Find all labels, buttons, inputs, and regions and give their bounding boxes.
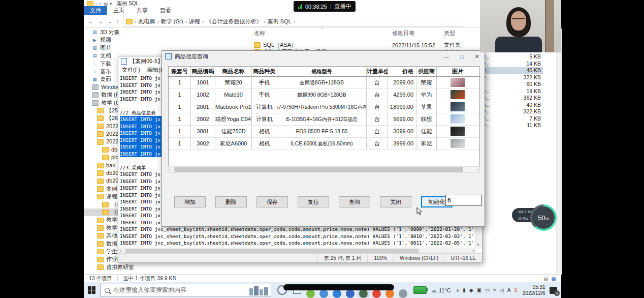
dialog-button[interactable]: 关闭 [380,196,411,207]
column-header[interactable]: 图片 [437,67,478,76]
scroll-right-icon[interactable]: › [477,167,479,172]
breadcrumb-segment[interactable]: 此电脑 [138,18,155,25]
scroll-left-icon[interactable]: ‹ [169,167,171,172]
table-row[interactable]: 1 3002 索尼A6000 相机 ILCE-6000L套机(16-50mm) … [169,138,479,150]
table-row[interactable]: 1 1002 Mate30 手机 麒麟990 8GB+128GB 台 4299.… [169,89,479,101]
tray-expand-icon[interactable]: ∧ [456,288,460,293]
taskbar-app-icon[interactable] [399,289,407,298]
file-icon[interactable]: ▤ [104,2,108,6]
thumbnail-view-icon[interactable]: ▦ [552,276,556,281]
table-row[interactable]: 1 2001 Macbook Pro16 计算机 i7-9750H+Radeon… [169,101,479,113]
ribbon-tab[interactable]: 共享 [131,6,154,15]
column-header[interactable]: 账套号 [169,67,191,76]
file-row-sliver[interactable]: 60 KB [481,81,543,88]
column-header[interactable]: 商品名称 [215,67,252,76]
scroll-left-icon[interactable]: ‹ [118,249,121,253]
column-header[interactable]: 计量单位 [367,67,388,76]
menu-item[interactable]: 文件(F) [118,66,144,74]
tray-icon[interactable]: ≈ [493,287,496,293]
table-row[interactable]: 1 2002 联想Yoga C940 计算机 i5-1035G4+16G内存+5… [169,113,479,126]
breadcrumb-segment[interactable]: 课程 [189,18,200,25]
taskbar-app-icon[interactable] [359,289,368,298]
breadcrumb-segment[interactable]: 教学 (G:) [161,18,183,25]
product-image [450,114,465,124]
maximize-icon[interactable]: □ [454,51,469,62]
file-row-sliver[interactable]: v... 19 KB [481,88,543,95]
tree-item[interactable]: ▨ 图片 [84,44,151,52]
file-row[interactable]: SQL（ASA） 2022/11/15 15:52 文件夹 [254,41,485,49]
breadcrumb-segment[interactable]: 案例 SQL [268,18,292,25]
weather-widget[interactable]: ☁ 11°C [431,287,451,294]
taskbar-app-icon[interactable] [385,289,394,298]
dialog-button[interactable]: 删除 [215,196,247,207]
scroll-right-icon[interactable]: › [473,249,476,253]
tray-icon[interactable]: ▮ [463,287,466,293]
tray-icon[interactable]: ▭ [485,287,490,293]
close-icon[interactable]: ✕ [469,51,485,62]
column-header[interactable]: 价格 [388,67,416,76]
column-header[interactable]: 供应商 [416,67,437,76]
file-row-sliver[interactable]: v... 14 KB [481,61,543,68]
dialog-button[interactable]: 保存 [256,196,288,207]
file-row-sliver[interactable]: v... 40 KB [481,67,543,74]
breadcrumb-segment[interactable]: 《会计业务数据分析》 [206,18,262,25]
tree-item-icon [97,108,104,113]
cell-spec: ILCE-6000L套机(16-50mm) [277,138,367,150]
network-speed-widget[interactable]: ↑64.1 K/s ↓0 K/s 50% [512,204,558,233]
file-row-sliver[interactable]: v... 322 KB [481,74,543,81]
taskbar-app-icon[interactable] [319,289,328,298]
notification-center-icon[interactable]: 3 [550,287,557,294]
file-row-sliver[interactable]: v... 40 KB [481,102,543,109]
up-icon[interactable]: ↑ [116,18,119,25]
file-row-sliver[interactable]: v... 362 KB [481,95,543,102]
tray-icon[interactable]: ◆ [469,287,473,293]
details-view-icon[interactable]: ▤ [543,276,548,281]
file-row-sliver[interactable]: v... 322 KB [481,108,543,115]
forward-icon[interactable]: → [98,18,104,25]
taskbar-app-icon[interactable] [372,289,381,298]
back-icon[interactable]: ← [88,18,94,25]
table-row[interactable]: 1 3001 佳能750D 相机 EOS 850D EF-S 18-55 台 3… [169,126,479,138]
taskbar-app-icon[interactable] [333,289,341,298]
scrollbar-thumb[interactable] [174,167,463,172]
scroll-down-icon[interactable]: ∨ [477,243,479,247]
dialog-button[interactable]: 查询 [339,196,370,207]
check-icon[interactable]: ✓ [99,2,102,6]
file-row-sliver[interactable]: v... 7 KB [481,115,543,123]
column-header[interactable]: 规格型号 [277,67,367,76]
dialog-button[interactable]: 增加 [174,196,206,207]
chevron-down-icon[interactable]: ▾ [110,2,112,6]
column-header[interactable]: 商品种类 [252,67,277,76]
history-chevron-icon[interactable]: ⌄ [107,18,112,25]
table-row[interactable]: 1 1001 荣耀20 手机 全网通8GB+128GB 台 2099.00 荣耀 [169,77,479,89]
live-stream-badge: 00:38:25 | 直播中 [294,1,356,12]
battery-tray-icon[interactable] [413,286,427,294]
tray-icon[interactable]: S [514,287,518,293]
file-row-sliver[interactable]: v... 5 KB [481,53,543,61]
column-header-date[interactable]: 修改日期 [392,29,444,37]
taskbar-app-icon[interactable] [306,289,315,298]
minimize-icon[interactable]: — [439,51,454,62]
breadcrumb[interactable]: › 此电脑 › 教学 (G:) › 课程 › 《会计业务数据分析》 › 案例 S… [123,16,464,27]
tray-icon[interactable]: A [507,287,511,293]
column-header-type[interactable]: 类型 [444,29,485,37]
taskbar-clock[interactable]: 15:31 2022/12/6 [523,284,545,296]
taskbar-app-icon[interactable] [346,289,355,298]
ribbon-tab[interactable]: 文件 [84,6,107,15]
tray-icon[interactable]: ▣ [477,287,481,293]
table-horizontal-scrollbar[interactable]: ‹ › [168,166,480,173]
start-button[interactable] [88,286,95,294]
file-row-sliver[interactable]: v... 11 KB [481,122,543,129]
taskbar-search[interactable]: 在这里输入你要搜索的内容 [100,284,271,296]
ribbon-tab[interactable]: 查看 [154,6,177,15]
explorer-scrollbar[interactable] [556,28,562,275]
column-header[interactable]: 商品编码 [191,67,215,76]
tree-item[interactable]: ▶ 视频 [84,36,151,44]
ribbon-tab[interactable]: 主页 [107,6,131,15]
tree-item-icon [97,194,104,199]
tree-item[interactable]: ▧ 3D 对象 [84,28,151,36]
tray-icon[interactable]: ◁ [500,287,504,293]
tree-item[interactable]: 虚拟教研室 [84,263,151,271]
record-count-input[interactable] [445,195,482,206]
dialog-button[interactable]: 复位 [298,196,329,207]
